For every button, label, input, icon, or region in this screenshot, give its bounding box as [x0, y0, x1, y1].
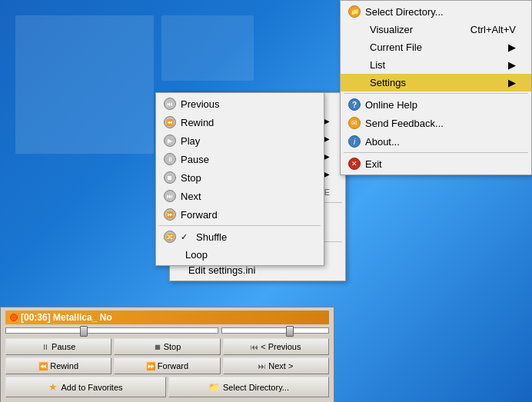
stop-label: Stop — [164, 342, 181, 351]
forward-button[interactable]: ⏩ Forward — [114, 357, 220, 374]
settings-item-pause[interactable]: ⏸ Pause — [156, 150, 324, 168]
pause-icon: ⏸ — [164, 153, 176, 165]
rewind-button[interactable]: ⏪ Rewind — [5, 357, 111, 374]
settings-item-previous[interactable]: ⏮ Previous — [156, 95, 324, 113]
forward-icon: ⏩ — [164, 208, 176, 221]
settings-item-play[interactable]: ▶ Play — [156, 131, 324, 150]
pause-label: Pause — [52, 342, 75, 351]
forward-label: Forward — [158, 361, 188, 370]
stop-icon: ⏹ — [154, 343, 161, 351]
arrow-icon: ▶ — [508, 59, 516, 71]
progress-thumb[interactable] — [80, 326, 88, 337]
player-bar: [00:36] Metallica_ No ⏸ Pause ⏹ Stop ⏮ <… — [0, 307, 334, 402]
player-buttons: ⏸ Pause ⏹ Stop ⏮ < Previous ⏪ Rewind ⏩ F… — [5, 338, 329, 374]
now-playing-text: [00:36] Metallica_ No — [21, 312, 112, 323]
settings-submenu: ⏮ Previous ⏪ Rewind ▶ Play ⏸ Pause ⏹ Sto… — [155, 92, 324, 266]
menu-separator — [159, 225, 321, 226]
add-favorites-label: Add to Favorites — [61, 383, 122, 392]
stop-button[interactable]: ⏹ Stop — [114, 338, 220, 355]
settings-item-rewind[interactable]: ⏪ Rewind — [156, 113, 324, 131]
select-directory-button[interactable]: 📁 Select Directory... — [168, 377, 329, 397]
select-dir-label: Select Directory... — [223, 383, 289, 392]
menu-separator — [344, 93, 528, 94]
menu-item-about[interactable]: i About... — [341, 132, 531, 151]
add-favorites-button[interactable]: ★ Add to Favorites — [5, 377, 166, 397]
star-icon: ★ — [48, 381, 58, 393]
prev-icon: ⏮ — [251, 343, 258, 351]
previous-button[interactable]: ⏮ < Previous — [223, 338, 329, 355]
shuffle-icon: 🔀 — [164, 231, 176, 243]
settings-item-shuffle[interactable]: 🔀 ✓ Shuffle — [156, 228, 324, 246]
info-icon: i — [348, 135, 361, 148]
arrow-icon: ▶ — [324, 135, 330, 143]
next-button[interactable]: ⏭ Next > — [223, 357, 329, 374]
next-icon: ⏭ — [164, 190, 176, 202]
pause-icon: ⏸ — [42, 343, 49, 351]
previous-icon: ⏮ — [164, 98, 176, 110]
next-icon: ⏭ — [258, 362, 266, 370]
menu-item-settings[interactable]: Settings ▶ — [341, 74, 531, 91]
help-icon: ? — [348, 98, 361, 111]
folder-icon: 📁 — [348, 5, 361, 18]
arrow-icon: ▶ — [508, 77, 516, 88]
arrow-icon: ▶ — [508, 42, 516, 53]
player-progress-row — [5, 327, 329, 334]
stop-icon: ⏹ — [164, 171, 176, 184]
forward-icon: ⏩ — [146, 362, 155, 370]
checkmark: ✓ — [181, 232, 191, 242]
menu-item-visualizer[interactable]: Visualizer Ctrl+Alt+V — [341, 21, 531, 38]
rewind-icon: ⏪ — [164, 116, 176, 128]
menu-separator — [344, 152, 528, 153]
progress-track[interactable] — [5, 327, 218, 334]
playing-indicator — [10, 314, 18, 321]
volume-track[interactable] — [221, 327, 329, 334]
menu-item-exit[interactable]: ✕ Exit — [341, 154, 531, 173]
settings-item-stop[interactable]: ⏹ Stop — [156, 168, 324, 187]
prev-label: < Previous — [261, 342, 301, 351]
feedback-icon: ✉ — [348, 117, 361, 129]
menu-item-list[interactable]: List ▶ — [341, 56, 531, 74]
exit-icon: ✕ — [348, 158, 361, 170]
arrow-icon: ▶ — [324, 117, 330, 125]
folder-icon: 📁 — [208, 382, 220, 393]
menu-item-select-directory[interactable]: 📁 Select Directory... — [341, 2, 531, 21]
next-label: Next > — [268, 361, 293, 370]
settings-item-forward[interactable]: ⏩ Forward — [156, 205, 324, 224]
menu-item-send-feedback[interactable]: ✉ Send Feedback... — [341, 114, 531, 132]
menu-item-online-help[interactable]: ? Online Help — [341, 95, 531, 114]
arrow-icon: ▶ — [324, 152, 330, 161]
settings-item-loop[interactable]: Loop — [156, 246, 324, 264]
settings-item-next[interactable]: ⏭ Next — [156, 187, 324, 205]
rewind-label: Rewind — [50, 361, 78, 370]
play-icon: ▶ — [164, 135, 176, 147]
rewind-icon: ⏪ — [38, 362, 48, 370]
player-title: [00:36] Metallica_ No — [5, 311, 329, 324]
arrow-icon: ▶ — [324, 170, 330, 178]
pause-button[interactable]: ⏸ Pause — [5, 338, 111, 355]
menu-item-current-file[interactable]: Current File ▶ — [341, 38, 531, 56]
player-bottom-row: ★ Add to Favorites 📁 Select Directory... — [5, 377, 329, 397]
volume-thumb[interactable] — [286, 326, 294, 337]
top-context-menu: 📁 Select Directory... Visualizer Ctrl+Al… — [340, 0, 532, 175]
